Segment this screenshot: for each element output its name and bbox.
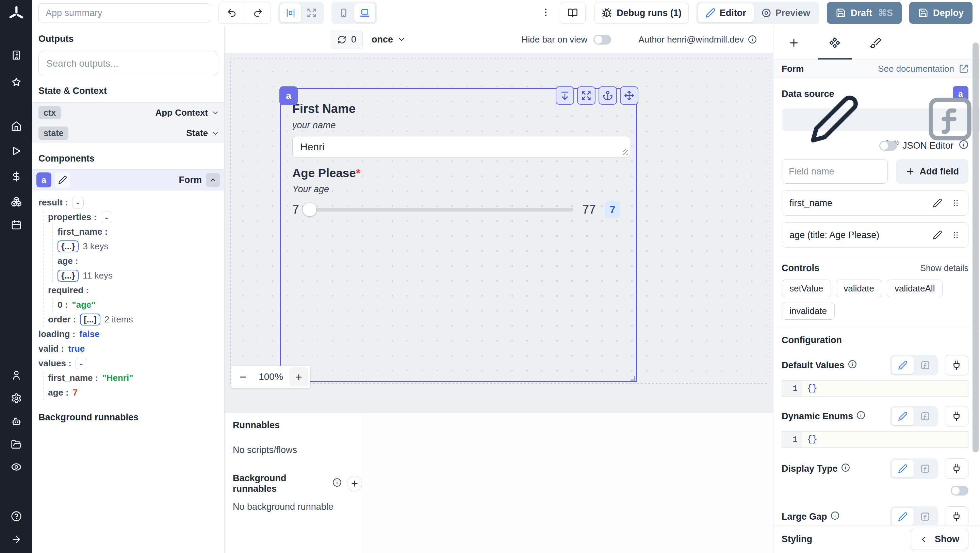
eval-function-button[interactable] bbox=[914, 407, 937, 425]
field-item-first-name[interactable]: first_name bbox=[782, 191, 969, 216]
docs-book-button[interactable] bbox=[560, 2, 585, 24]
tab-component-settings[interactable] bbox=[814, 26, 855, 59]
add-background-runnable-button[interactable] bbox=[347, 476, 362, 491]
static-pencil-button[interactable] bbox=[891, 508, 914, 525]
code-content[interactable]: {} bbox=[802, 381, 968, 396]
age-slider-handle[interactable] bbox=[303, 203, 317, 216]
tab-styling-brush[interactable] bbox=[855, 26, 896, 59]
rename-pencil-icon[interactable] bbox=[55, 172, 70, 188]
refresh-button[interactable]: 0 bbox=[331, 30, 363, 49]
expand-down-button[interactable] bbox=[556, 86, 574, 105]
connect-plug-button[interactable] bbox=[945, 406, 969, 426]
eval-function-button[interactable] bbox=[914, 356, 937, 374]
array-expand-box[interactable]: [...] bbox=[80, 313, 100, 326]
favorites-star-icon[interactable] bbox=[11, 77, 22, 88]
home-icon[interactable] bbox=[11, 121, 22, 132]
json-editor-toggle[interactable] bbox=[879, 141, 897, 151]
age-slider-row: 7 77 7 bbox=[292, 201, 628, 218]
default-values-editor[interactable]: 1 {} bbox=[782, 380, 969, 397]
panel-scrollbar[interactable] bbox=[972, 43, 978, 452]
expand-canvas-button[interactable] bbox=[301, 3, 322, 22]
connect-plug-button[interactable] bbox=[945, 506, 969, 525]
collapse-chevron-up-icon[interactable] bbox=[206, 173, 220, 187]
resize-handle[interactable] bbox=[623, 149, 628, 155]
static-mode-button[interactable]: Static bbox=[783, 94, 899, 146]
workers-robot-icon[interactable] bbox=[11, 416, 22, 427]
more-menu-button[interactable] bbox=[541, 7, 551, 19]
drag-grip-icon[interactable] bbox=[951, 198, 961, 208]
control-chip-validate[interactable]: validate bbox=[836, 280, 882, 297]
eval-function-button[interactable] bbox=[914, 508, 937, 525]
zoom-out-button[interactable]: − bbox=[234, 367, 253, 386]
expand-rail-arrow-icon[interactable] bbox=[11, 534, 22, 545]
object-expand-box[interactable]: {...} bbox=[57, 270, 79, 281]
variables-dollar-icon[interactable] bbox=[11, 171, 22, 182]
static-pencil-button[interactable] bbox=[891, 407, 914, 425]
ctx-row[interactable]: ctx App Context bbox=[32, 102, 224, 123]
zoom-in-button[interactable]: + bbox=[289, 367, 308, 386]
control-chip-setvalue[interactable]: setValue bbox=[782, 280, 831, 297]
refresh-mode-select[interactable]: once bbox=[372, 34, 406, 45]
add-field-button[interactable]: Add field bbox=[896, 159, 969, 184]
move-button[interactable] bbox=[620, 86, 638, 105]
workspace-icon[interactable] bbox=[11, 50, 22, 60]
eval-mode-button[interactable]: Eval bbox=[899, 94, 980, 146]
control-chip-invalidate[interactable]: invalidate bbox=[782, 302, 835, 320]
redo-button[interactable] bbox=[245, 2, 270, 24]
user-icon[interactable] bbox=[11, 370, 22, 381]
object-expand-box[interactable]: {...} bbox=[57, 240, 79, 253]
deploy-button[interactable]: Deploy bbox=[909, 2, 972, 24]
first-name-field[interactable] bbox=[292, 136, 630, 157]
static-pencil-button[interactable] bbox=[891, 356, 914, 374]
drag-grip-icon[interactable] bbox=[951, 230, 961, 240]
show-styling-button[interactable]: Show bbox=[910, 529, 969, 550]
selected-form-component[interactable]: a First Name your name bbox=[280, 88, 637, 382]
preview-tab[interactable]: Preview bbox=[754, 3, 818, 22]
center-canvas-button[interactable] bbox=[280, 3, 301, 22]
age-slider-track[interactable] bbox=[305, 208, 573, 211]
help-icon[interactable] bbox=[11, 511, 22, 522]
fullscreen-button[interactable] bbox=[577, 86, 595, 105]
component-row-form[interactable]: a Form bbox=[32, 169, 224, 191]
canvas-viewport[interactable]: a First Name your name bbox=[231, 59, 769, 384]
audit-eye-icon[interactable] bbox=[11, 461, 22, 472]
connect-plug-button[interactable] bbox=[945, 355, 969, 375]
debug-runs-button[interactable]: Debug runs (1) bbox=[595, 2, 689, 24]
desktop-view-button[interactable] bbox=[354, 3, 375, 22]
component-resize-corner[interactable] bbox=[630, 376, 635, 381]
dynamic-enums-editor[interactable]: 1 {} bbox=[782, 431, 969, 448]
collapse-toggle[interactable]: - bbox=[76, 358, 87, 369]
settings-scroll[interactable]: Data source a Static Eval Compute JSON E… bbox=[773, 78, 980, 525]
runs-play-icon[interactable] bbox=[11, 146, 22, 156]
see-documentation-link[interactable]: See documentation bbox=[878, 64, 969, 74]
settings-gear-icon[interactable] bbox=[11, 393, 22, 404]
editor-tab[interactable]: Editor bbox=[698, 3, 754, 22]
required-asterisk: * bbox=[356, 166, 361, 180]
show-details-link[interactable]: Show details bbox=[920, 263, 969, 273]
resources-boxes-icon[interactable] bbox=[11, 196, 22, 207]
draft-button[interactable]: Draft⌘S bbox=[827, 2, 902, 24]
windmill-logo-icon[interactable] bbox=[7, 5, 26, 24]
code-content[interactable]: {} bbox=[802, 432, 968, 447]
field-name-input[interactable] bbox=[782, 159, 888, 184]
field-item-age[interactable]: age (title: Age Please) bbox=[782, 222, 969, 248]
collapse-toggle[interactable]: - bbox=[72, 197, 84, 208]
edit-pencil-icon[interactable] bbox=[933, 198, 942, 208]
display-type-toggle[interactable] bbox=[951, 486, 969, 496]
tab-insert-component[interactable] bbox=[773, 26, 814, 59]
static-pencil-button[interactable] bbox=[891, 460, 914, 477]
search-outputs-input[interactable] bbox=[38, 51, 218, 76]
collapse-toggle[interactable]: - bbox=[101, 211, 112, 223]
undo-button[interactable] bbox=[219, 2, 245, 24]
eval-function-button[interactable] bbox=[914, 460, 937, 477]
mobile-view-button[interactable] bbox=[333, 3, 354, 22]
edit-pencil-icon[interactable] bbox=[933, 230, 942, 240]
app-summary-input[interactable] bbox=[38, 3, 210, 22]
folders-icon[interactable] bbox=[11, 439, 22, 450]
schedules-calendar-icon[interactable] bbox=[11, 219, 22, 230]
connect-plug-button[interactable] bbox=[945, 458, 969, 479]
anchor-button[interactable] bbox=[598, 86, 617, 105]
hide-bar-toggle[interactable] bbox=[593, 35, 611, 44]
state-row[interactable]: state State bbox=[32, 123, 224, 143]
control-chip-validateall[interactable]: validateAll bbox=[887, 280, 943, 297]
